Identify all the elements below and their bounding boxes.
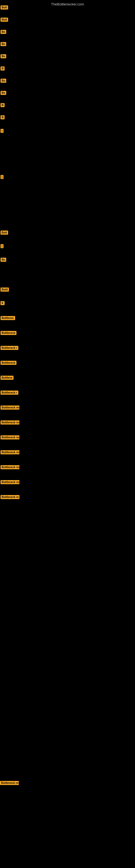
badge-b29: Bottleneck resu <box>1 480 19 484</box>
badge-b25: Bottleneck res <box>1 421 19 425</box>
badge-b9: B <box>1 103 5 107</box>
badge-b20: Bottleneck r <box>1 346 18 350</box>
badge-b18: Bottlenec <box>1 316 15 320</box>
badge-b23: Bottleneck r <box>1 391 18 395</box>
badge-b11: | <box>1 129 3 133</box>
badge-b3: Bo <box>1 30 6 34</box>
badge-b14: | <box>1 244 3 248</box>
badge-b26: Bottleneck res <box>1 435 19 439</box>
badge-b28: Bottleneck resu <box>1 465 19 469</box>
badge-b27: Bottleneck resu <box>1 450 19 454</box>
site-title: TheBottlenecker.com <box>51 2 84 6</box>
badge-b10: B <box>1 115 5 119</box>
badge-b2: Bott <box>1 18 8 22</box>
badge-b13: Bott <box>1 230 8 235</box>
badge-b12: | <box>1 175 3 179</box>
badge-b30: Bottleneck re <box>1 495 19 499</box>
badge-b6: B <box>1 66 5 70</box>
badge-b24: Bottleneck res <box>1 405 19 410</box>
badge-b8: Bo <box>1 91 6 95</box>
badge-b16: Bottl <box>1 287 9 291</box>
badge-b7: Bo <box>1 79 6 83</box>
badge-b21: Bottleneck <box>1 361 16 365</box>
badge-b19: Bottleneck <box>1 331 16 335</box>
badge-b5: Bo <box>1 54 6 58</box>
badge-b15: Bo <box>1 258 6 262</box>
badge-b1: Bott <box>1 5 8 9</box>
badge-b31: Bottleneck res <box>0 781 19 785</box>
badge-b4: Bo <box>1 42 6 46</box>
badge-b17: E <box>1 301 5 305</box>
badge-b22: Bottlene <box>1 376 13 380</box>
